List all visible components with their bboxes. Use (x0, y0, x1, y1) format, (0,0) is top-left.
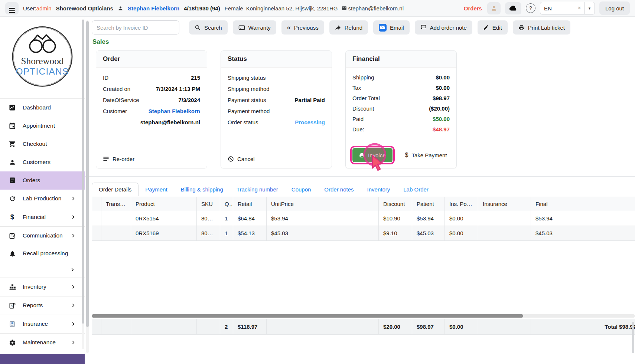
sidebar-item-customers[interactable]: Customers (0, 153, 85, 171)
search-button[interactable]: Search (189, 20, 228, 35)
sidebar-item-reports[interactable]: A Reports (0, 296, 85, 315)
date-of-service-value: 7/3/2024 (179, 97, 200, 103)
sidebar-item-financial[interactable]: $ Financial (0, 208, 85, 226)
sidebar-item-communication[interactable]: Communication (0, 227, 85, 245)
help-button[interactable]: ? (526, 3, 535, 13)
invoice-button[interactable]: Invoice (352, 148, 393, 162)
edit-button[interactable]: Edit (478, 20, 508, 35)
sidebar-scrollbar[interactable] (82, 19, 84, 349)
tab-coupon[interactable]: Coupon (285, 183, 318, 196)
dashboard-icon (8, 104, 16, 111)
cell-product: 0RX5154 (131, 211, 197, 226)
assistant-icon (491, 5, 497, 12)
paid-value: $50.00 (433, 116, 450, 122)
pencil-icon (483, 24, 489, 30)
person-icon (8, 159, 16, 166)
table-header-row: Transacti... Product SKU Qty. Retail Uni… (92, 197, 635, 211)
tab-inventory[interactable]: Inventory (361, 183, 397, 196)
sidebar-item-label: Financial (23, 214, 46, 220)
previous-button[interactable]: « Previouss (281, 20, 324, 35)
sidebar-item-dashboard[interactable]: Dashboard (0, 99, 85, 117)
order-total-label: Order Total (352, 95, 380, 101)
search-icon (195, 24, 201, 31)
sidebar-item-label: Inventory (23, 283, 46, 290)
col-patient: Patient (412, 197, 445, 211)
sidebar-item-checkout[interactable]: Checkout (0, 135, 85, 153)
table-row[interactable]: 0RX5169 805367... 1 $54.13 $45.03 $9.10 … (92, 226, 635, 241)
order-status-label: Order status (228, 119, 258, 125)
language-select[interactable]: EN × ▾ (540, 2, 595, 14)
warranty-icon (238, 25, 245, 30)
tab-tracking-number[interactable]: Tracking number (230, 183, 285, 196)
col-unit-price: UnitPrice (267, 197, 379, 211)
chevron-down-icon[interactable]: ▾ (584, 2, 595, 14)
financial-card: Financial Shipping$0.00 Tax$0.00 Order T… (345, 50, 457, 168)
discount-value: ($20.00) (429, 105, 450, 112)
invoice-search-input[interactable] (92, 20, 179, 35)
discount-label: Discount (352, 105, 374, 112)
assistant-button[interactable] (487, 2, 501, 14)
sidebar-item-insurance[interactable]: ✱ Insurance (0, 315, 85, 333)
patient-email: stephan@fiebelkorn.nl (342, 5, 404, 12)
order-id-label: ID (103, 75, 108, 81)
sidebar-item-maintenance[interactable]: Maintenance (0, 334, 85, 352)
add-order-note-button[interactable]: Add order note (415, 20, 472, 35)
logout-button[interactable]: Log out (599, 1, 630, 15)
financial-card-title: Financial (346, 51, 456, 68)
email-button[interactable]: Email (373, 20, 410, 35)
horizontal-scrollbar-thumb[interactable] (92, 314, 523, 318)
cancel-order-button[interactable]: Cancel (228, 156, 255, 162)
table-row[interactable]: 0RX5154 805367... 1 $64.84 $53.94 $10.90… (92, 211, 635, 226)
shipping-value: $0.00 (436, 74, 450, 81)
dollar-icon: $ (405, 152, 408, 158)
sidebar-item-label: Maintenance (23, 339, 56, 346)
print-lab-ticket-button[interactable]: Print Lab ticket (513, 20, 570, 35)
created-on-label: Created on (103, 86, 130, 92)
cancel-icon (228, 156, 234, 162)
calendar-icon (8, 122, 16, 129)
tab-payment[interactable]: Payment (139, 183, 174, 196)
chevron-right-icon (71, 303, 76, 308)
sidebar-item-recall-processing[interactable]: Recall processing (0, 245, 85, 278)
order-total-value: $98.97 (433, 95, 450, 101)
warranty-button[interactable]: Warranty (233, 20, 276, 35)
sidebar-footer-bar (0, 354, 85, 364)
total-discount: $20.00 (379, 319, 412, 335)
cell-patient: $53.94 (412, 211, 445, 226)
right-edge-scrollbar-thumb[interactable] (632, 322, 634, 353)
tab-order-notes[interactable]: Order notes (318, 183, 360, 196)
shipping-label: Shipping (352, 74, 374, 81)
tab-billing-shipping[interactable]: Billing & shipping (174, 183, 230, 196)
sidebar-item-inventory[interactable]: Inventory (0, 278, 85, 296)
bell-icon (8, 250, 16, 257)
sidebar-item-lab-production[interactable]: Lab Production (0, 190, 85, 208)
shipping-status-label: Shipping status (228, 75, 266, 81)
cloud-button[interactable] (505, 2, 521, 14)
main-content: Search Warranty « Previouss Refund Email (85, 17, 635, 364)
reorder-button[interactable]: Re-order (103, 156, 134, 162)
customer-link[interactable]: Stephan Fiebelkorn (149, 108, 200, 114)
take-payment-button[interactable]: $ Take Payment (405, 152, 447, 158)
patient-name-link[interactable]: Stephan Fiebelkorn (128, 5, 179, 12)
status-card: Status Shipping status Shipping method P… (221, 50, 332, 168)
mail-icon (342, 6, 347, 11)
clear-icon[interactable]: × (575, 5, 584, 12)
insurance-card-icon: ✱ (8, 321, 16, 328)
order-id-value: 215 (191, 75, 200, 81)
sidebar-item-orders[interactable]: Orders (0, 171, 85, 190)
sidebar-item-appointment[interactable]: Appointment (0, 117, 85, 135)
report-icon: A (8, 302, 16, 309)
tab-order-details[interactable]: Order Details (92, 183, 139, 196)
patient-gender: Female (225, 5, 243, 12)
main-vertical-scrollbar[interactable] (86, 20, 89, 353)
total-retail: $118.97 (233, 319, 267, 335)
refund-button[interactable]: Refund (329, 20, 368, 35)
order-toolbar: Search Warranty « Previouss Refund Email (92, 20, 635, 35)
tab-lab-order[interactable]: Lab Order (397, 183, 435, 196)
chevron-right-icon (71, 340, 76, 345)
horizontal-scrollbar[interactable] (92, 314, 635, 318)
cell-retail: $64.84 (233, 211, 267, 226)
hamburger-menu-button[interactable] (5, 2, 19, 14)
svg-text:OPTICIANS: OPTICIANS (16, 66, 69, 76)
col-discount: Discount (379, 197, 412, 211)
